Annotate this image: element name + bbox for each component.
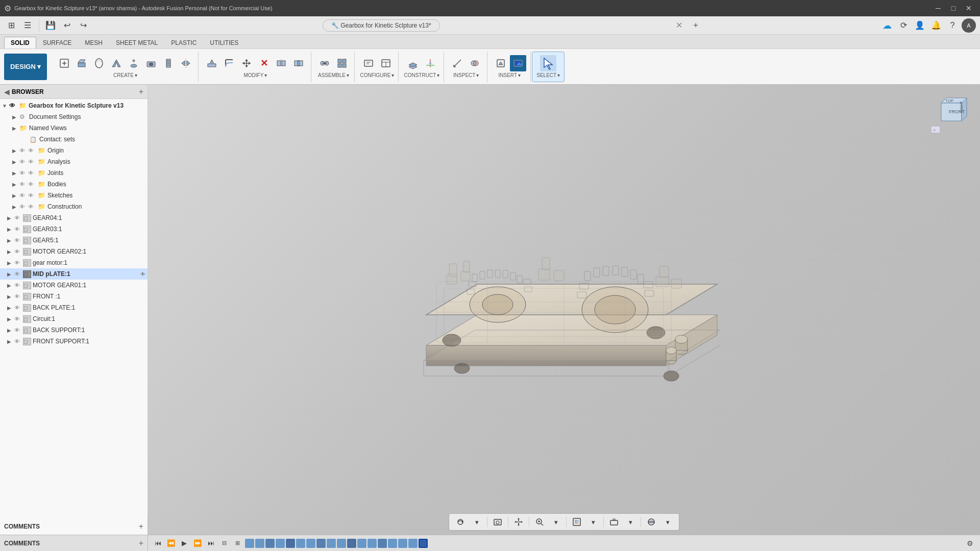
delete-button[interactable]: ✕	[256, 55, 272, 71]
select-dropdown-icon[interactable]: ▾	[557, 72, 560, 78]
close-doc-icon[interactable]: ✕	[672, 18, 687, 33]
tab-sheet-metal[interactable]: SHEET METAL	[109, 37, 164, 48]
tree-item-mid-plate[interactable]: ▶ 👁 ◻ MID pLATE:1 👁	[0, 268, 148, 280]
assemble-dropdown-icon[interactable]: ▾	[347, 72, 349, 78]
timeline-next-button[interactable]: ⏩	[192, 538, 203, 549]
sweep-button[interactable]	[108, 55, 125, 71]
browser-back-icon[interactable]: ◀	[4, 88, 10, 96]
tree-item-construction[interactable]: ▶ 👁 👁 📁 Construction	[0, 201, 148, 212]
press-pull-button[interactable]	[204, 55, 220, 71]
timeline-marker-12[interactable]	[357, 539, 366, 548]
notification-icon[interactable]: 🔔	[929, 18, 943, 33]
grid-icon[interactable]: ⊞	[4, 18, 18, 33]
tree-item-gear03[interactable]: ▶ 👁 ◻ GEAR03:1	[0, 223, 148, 235]
loft-button[interactable]	[126, 55, 142, 71]
tree-item-motor-gear01[interactable]: ▶ 👁 ◻ MOTOR GEAR01:1	[0, 280, 148, 291]
display-dropdown-button[interactable]: ▾	[586, 516, 600, 528]
undo-button[interactable]: ↩	[60, 18, 74, 33]
construct-dropdown-icon[interactable]: ▾	[437, 72, 439, 78]
insert-image-button[interactable]	[510, 55, 526, 71]
timeline-marker-1[interactable]	[245, 539, 254, 548]
view-cube[interactable]: FRONT TOP RIGHT ⌂	[931, 93, 972, 134]
joint-button[interactable]	[316, 55, 333, 71]
tab-surface[interactable]: SURFACE	[36, 37, 79, 48]
timeline-play-button[interactable]: ▶	[179, 538, 190, 549]
viewport[interactable]: FRONT TOP RIGHT ⌂ ▾	[148, 85, 980, 535]
timeline-prev-button[interactable]: ⏪	[165, 538, 177, 549]
modify-dropdown-icon[interactable]: ▾	[264, 72, 267, 78]
timeline-marker-13[interactable]	[368, 539, 377, 548]
orbit-tool-button[interactable]	[453, 516, 468, 528]
timeline-first-button[interactable]: ⏮	[152, 538, 163, 549]
orbit-dropdown-button[interactable]: ▾	[470, 516, 484, 528]
tree-item-gear04[interactable]: ▶ 👁 ◻ GEAR04:1	[0, 212, 148, 223]
timeline-marker-16[interactable]	[398, 539, 407, 548]
timeline-marker-2[interactable]	[255, 539, 264, 548]
tree-item-contact-sets[interactable]: ▶ 📋 Contact: sets	[0, 134, 148, 145]
visual-style-button[interactable]	[644, 516, 658, 528]
table-button[interactable]	[378, 55, 394, 71]
timeline-layout-button[interactable]: ⊟	[218, 538, 230, 549]
timeline-marker-11[interactable]	[347, 539, 356, 548]
screenshot-tool-button[interactable]	[491, 516, 505, 528]
tree-item-gear-motor[interactable]: ▶ 👁 ◻ gear motor:1	[0, 257, 148, 268]
insert-derive-button[interactable]	[493, 55, 509, 71]
pan-tool-button[interactable]	[511, 516, 526, 528]
menu-icon[interactable]: ☰	[20, 18, 35, 33]
tree-item-joints[interactable]: ▶ 👁 👁 📁 Joints	[0, 167, 148, 179]
redo-button[interactable]: ↪	[76, 18, 90, 33]
bottom-comments-add-icon[interactable]: +	[139, 539, 143, 548]
tree-item-sketches[interactable]: ▶ 👁 👁 📁 Sketches	[0, 190, 148, 201]
parameters-button[interactable]	[360, 55, 377, 71]
insert-dropdown-icon[interactable]: ▾	[518, 72, 521, 78]
timeline-settings-icon[interactable]: ⚙	[964, 537, 976, 549]
select-button[interactable]	[540, 55, 556, 71]
create-dropdown-icon[interactable]: ▾	[135, 72, 137, 78]
thread-button[interactable]	[160, 55, 177, 71]
timeline-marker-6[interactable]	[296, 539, 305, 548]
camera-button[interactable]	[607, 516, 621, 528]
tree-item-front[interactable]: ▶ 👁 ◻ FRONT :1	[0, 291, 148, 302]
inspect-dropdown-icon[interactable]: ▾	[476, 72, 479, 78]
tree-item-named-views[interactable]: ▶ 📁 Named Views	[0, 122, 148, 134]
zoom-dropdown-button[interactable]: ▾	[549, 516, 563, 528]
close-button[interactable]: ✕	[962, 1, 976, 15]
hole-button[interactable]	[143, 55, 159, 71]
tab-solid[interactable]: SOLID	[4, 37, 36, 48]
maximize-button[interactable]: □	[946, 1, 961, 15]
move-button[interactable]	[238, 55, 255, 71]
mirror-button[interactable]	[178, 55, 194, 71]
tab-mesh[interactable]: MESH	[78, 37, 109, 48]
rigid-group-button[interactable]	[334, 55, 350, 71]
combine-button[interactable]	[290, 55, 307, 71]
tree-item-front-support[interactable]: ▶ 👁 ◻ FRONT SUPPORT:1	[0, 336, 148, 347]
timeline-marker-3[interactable]	[265, 539, 275, 548]
fillet-button[interactable]	[221, 55, 237, 71]
browser-add-icon[interactable]: +	[139, 87, 143, 96]
timeline-marker-18[interactable]	[419, 539, 428, 548]
configure-dropdown-icon[interactable]: ▾	[391, 72, 394, 78]
tree-root-item[interactable]: ▼ 👁 📁 Gearbox for Kinetic Sclpture v13	[0, 100, 148, 111]
tree-item-gear5[interactable]: ▶ 👁 ◻ GEAR5:1	[0, 235, 148, 246]
timeline-marker-9[interactable]	[327, 539, 336, 548]
extrude-button[interactable]	[74, 55, 90, 71]
comments-add-icon[interactable]: +	[139, 522, 143, 531]
tree-item-bodies[interactable]: ▶ 👁 👁 📁 Bodies	[0, 179, 148, 190]
timeline-marker-5[interactable]	[286, 539, 295, 548]
sync-icon[interactable]: ⟳	[896, 18, 911, 33]
help-icon[interactable]: ?	[945, 18, 960, 33]
tree-item-analysis[interactable]: ▶ 👁 👁 📁 Analysis	[0, 156, 148, 167]
tree-item-doc-settings[interactable]: ▶ ⚙ Document Settings	[0, 111, 148, 122]
visual-style-dropdown-button[interactable]: ▾	[660, 516, 675, 528]
split-body-button[interactable]	[273, 55, 289, 71]
minimize-button[interactable]: ─	[931, 1, 945, 15]
zoom-tool-button[interactable]	[532, 516, 547, 528]
plane-button[interactable]	[405, 55, 421, 71]
tree-item-back-support[interactable]: ▶ 👁 ◻ BACK SUPPORT:1	[0, 324, 148, 336]
add-tab-icon[interactable]: ＋	[689, 18, 703, 33]
revolve-button[interactable]	[91, 55, 107, 71]
timeline-marker-14[interactable]	[378, 539, 387, 548]
tree-item-circuit[interactable]: ▶ 👁 ◻ Circuit:1	[0, 313, 148, 324]
interference-button[interactable]	[467, 55, 483, 71]
user-avatar[interactable]: A	[962, 18, 976, 33]
